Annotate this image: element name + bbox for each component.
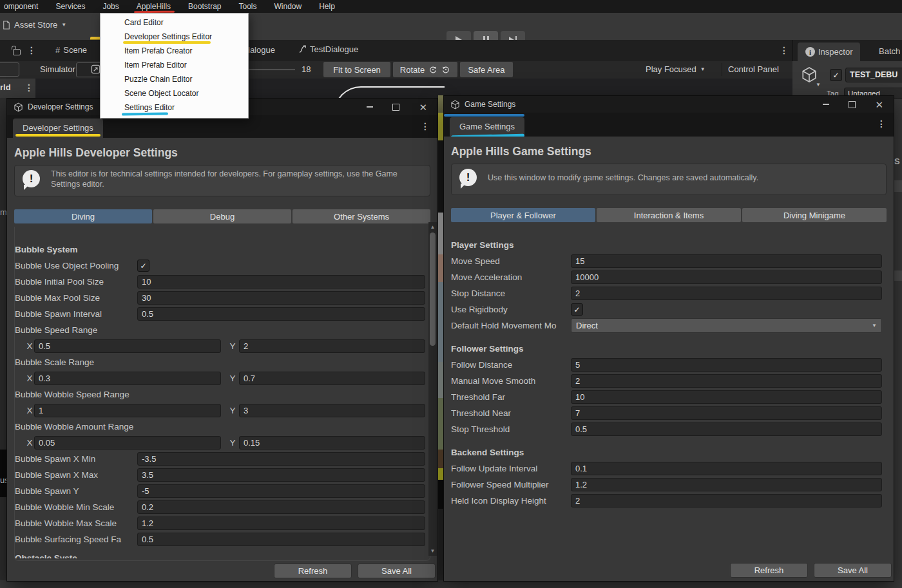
tab-inspector[interactable]: i Inspector [798,43,860,61]
menu-item-services[interactable]: Services [52,2,89,11]
refresh-button[interactable]: Refresh [274,564,352,578]
stop-threshold-input[interactable]: 0.5 [571,422,882,436]
threshold-far-label: Threshold Far [451,392,571,402]
tab-scene[interactable]: # Scene [55,45,87,55]
rotate-button[interactable]: Rotate [393,62,457,77]
move-acceleration-input[interactable]: 10000 [571,270,882,284]
use-rigidbody-checkbox[interactable]: ✓ [571,303,583,316]
bubble-wobble-speed-range-x-input[interactable]: 1 [34,404,221,417]
vertical-scrollbar[interactable]: ▲ ▼ [428,222,437,556]
menu-item-settings-editor[interactable]: Settings Editor [101,100,248,115]
menu-item-applehills[interactable]: AppleHills [133,2,175,11]
menu-item-puzzle-chain-editor[interactable]: Puzzle Chain Editor [101,72,248,86]
follow-update-interval-input[interactable]: 0.1 [571,462,882,475]
bubble-wobble-amount-range-x-input[interactable]: 0.05 [34,436,221,450]
bubble-spawn-interval-input[interactable]: 0.5 [137,307,425,321]
bubble-initial-pool-size-input[interactable]: 10 [137,275,425,289]
scrollbar-thumb[interactable] [430,232,436,346]
fit-to-screen-button[interactable]: Fit to Screen [323,62,390,77]
picker-button[interactable] [76,62,103,77]
bubble-spawn-y-label: Bubble Spawn Y [15,486,137,496]
page-title: Apple Hills Developer Settings [14,146,430,162]
manual-move-smooth-input[interactable]: 2 [571,374,882,388]
bubble-speed-range-y-input[interactable]: 2 [239,339,425,353]
minimize-button[interactable] [367,106,373,108]
menu-item-item-prefab-creator[interactable]: Item Prefab Creator [101,44,248,58]
window-menu-icon[interactable]: ⋮ [877,119,886,129]
tab-player-follower[interactable]: Player & Follower [451,208,595,222]
asset-store-dropdown[interactable]: Asset Store ▼ [3,20,66,30]
tab-interaction-items[interactable]: Interaction & Items [597,208,741,222]
bubble-wobble-min-scale-input[interactable]: 0.2 [137,500,425,514]
menu-item-item-prefab-editor[interactable]: Item Prefab Editor [101,58,248,72]
menu-item-jobs[interactable]: Jobs [99,2,122,11]
follower-speed-multiplier-input[interactable]: 1.2 [571,478,882,491]
threshold-far-input[interactable]: 10 [571,390,882,404]
default-hold-movement-mo-dropdown[interactable]: Direct▼ [571,318,882,333]
bubble-wobble-amount-range-y-input[interactable]: 0.15 [239,436,425,450]
menu-item-bootstrap[interactable]: Bootstrap [184,2,225,11]
window-menu-icon[interactable]: ⋮ [421,121,430,131]
search-box[interactable] [0,62,19,77]
bubble-scale-range-y-input[interactable]: 0.7 [239,372,425,385]
stop-distance-input[interactable]: 2 [571,287,882,300]
maximize-button[interactable] [392,104,399,111]
window-titlebar[interactable]: Game Settings ✕ [444,96,894,113]
bubble-speed-range-x-input[interactable]: 0.5 [34,339,221,353]
game-settings-window: Game Settings ✕ Game Settings ⋮ Apple Hi… [443,95,894,582]
dock-tab-game-settings[interactable]: Game Settings [450,117,524,137]
minimize-button[interactable] [823,104,829,105]
tab-diving-minigame[interactable]: Diving Minigame [742,208,887,222]
bubble-spawn-x-min-input[interactable]: -3.5 [137,452,425,466]
safe-area-button[interactable]: Safe Area [460,62,513,77]
bubble-spawn-y-input[interactable]: -5 [137,484,425,498]
help-box: ! This editor is for technical settings … [14,165,430,196]
save-all-button[interactable]: Save All [358,564,436,578]
menu-item-omponent[interactable]: omponent [0,2,42,11]
menu-item-card-editor[interactable]: Card Editor [101,15,248,30]
save-all-button[interactable]: Save All [814,563,892,578]
scroll-up-icon[interactable]: ▲ [428,224,437,230]
bubble-surfacing-speed-fa-input[interactable]: 0.5 [137,533,425,546]
tab-test-dialogue[interactable]: TestDialogue [298,44,358,54]
tab-batch[interactable]: Batch [879,46,900,56]
window-title: Game Settings [465,100,515,109]
game-pane-menu-icon[interactable]: ⋮ [780,45,789,55]
close-button[interactable]: ✕ [875,100,883,109]
bubble-use-object-pooling-checkbox[interactable]: ✓ [137,260,149,272]
dock-tab-developer-settings[interactable]: Developer Settings [13,119,103,138]
scroll-down-icon[interactable]: ▼ [428,548,437,554]
chevron-down-icon[interactable]: ▼ [816,82,821,88]
stop-threshold-label: Stop Threshold [451,424,571,434]
bubble-scale-range-x-input[interactable]: 0.3 [34,372,221,385]
held-icon-display-height-input[interactable]: 2 [571,494,882,507]
active-checkbox[interactable]: ✓ [830,69,842,81]
bubble-wobble-max-scale-input[interactable]: 1.2 [137,517,425,530]
refresh-button[interactable]: Refresh [730,563,808,578]
bubble-spawn-x-max-input[interactable]: 3.5 [137,468,425,482]
bubble-surfacing-speed-fa-row: Bubble Surfacing Speed Fa0.5 [15,531,425,547]
menu-item-scene-object-locator[interactable]: Scene Object Locator [101,86,248,100]
pane-menu-icon[interactable]: ⋮ [27,45,36,55]
pane-menu-icon[interactable]: ⋮ [24,82,34,93]
gameobject-name-field[interactable]: TEST_DEBU [845,68,902,82]
bubble-max-pool-size-input[interactable]: 30 [137,291,425,305]
play-focused-dropdown[interactable]: Play Focused ▼ [646,64,705,74]
tab-diving[interactable]: Diving [14,209,152,223]
close-button[interactable]: ✕ [419,102,427,112]
tab-dialogue-fragment[interactable]: ialogue [248,45,275,55]
follow-distance-input[interactable]: 5 [571,358,882,372]
control-panel-button[interactable]: Control Panel [728,64,779,74]
maximize-button[interactable] [849,101,856,108]
lock-icon[interactable] [13,49,21,55]
tab-other-systems[interactable]: Other Systems [293,209,430,223]
move-speed-input[interactable]: 15 [571,254,882,268]
threshold-near-input[interactable]: 7 [571,406,882,420]
bubble-wobble-min-scale-label: Bubble Wobble Min Scale [15,502,137,512]
menu-item-developer-settings-editor[interactable]: Developer Settings Editor [101,30,248,44]
tab-debug[interactable]: Debug [153,209,291,223]
menu-item-window[interactable]: Window [271,2,306,11]
menu-item-help[interactable]: Help [315,2,339,11]
bubble-wobble-speed-range-y-input[interactable]: 3 [239,404,425,417]
menu-item-tools[interactable]: Tools [235,2,260,11]
